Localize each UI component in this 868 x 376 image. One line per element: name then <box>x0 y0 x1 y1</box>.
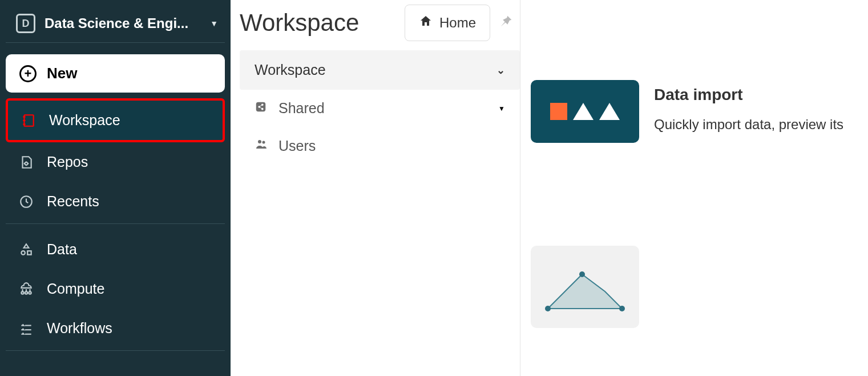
users-icon <box>255 137 271 154</box>
svg-point-26 <box>545 306 551 311</box>
svg-point-23 <box>258 140 261 143</box>
databricks-logo-icon: D <box>16 14 35 33</box>
svg-point-6 <box>21 251 25 255</box>
new-button[interactable]: + New <box>6 54 225 93</box>
svg-marker-5 <box>24 244 29 248</box>
data-import-card-icon[interactable] <box>531 80 639 143</box>
svg-rect-0 <box>24 115 33 126</box>
workspace-tree: Workspace ⌄ Shared ▼ Users <box>240 50 520 165</box>
workflows-icon <box>17 321 35 336</box>
data-icon <box>17 242 35 257</box>
workspace-switcher[interactable]: D Data Science & Engi... ▼ <box>6 8 225 43</box>
sidebar-item-repos[interactable]: Repos <box>6 142 225 182</box>
svg-point-24 <box>263 141 265 144</box>
sidebar-item-label: Data <box>47 241 77 258</box>
sidebar-item-label: Workspace <box>49 112 120 129</box>
home-icon <box>419 14 433 31</box>
hero-description: Quickly import data, preview its <box>654 117 843 133</box>
workspace-switcher-label: Data Science & Engi... <box>45 15 188 31</box>
sidebar-item-label: Recents <box>47 193 99 210</box>
caret-down-icon[interactable]: ▼ <box>498 105 505 113</box>
triangle-icon <box>599 103 620 120</box>
workspace-panel-title: Workspace <box>240 9 397 37</box>
tree-item-shared[interactable]: Shared ▼ <box>240 90 520 127</box>
sidebar-item-label: Repos <box>47 154 88 170</box>
notebook-card-icon[interactable] <box>531 246 639 328</box>
tree-item-label: Shared <box>278 100 325 117</box>
workspace-panel: Workspace Home Workspace ⌄ Shared ▼ <box>231 0 520 376</box>
home-button[interactable]: Home <box>405 5 490 41</box>
home-button-label: Home <box>439 15 476 31</box>
divider <box>6 223 225 224</box>
chevron-down-icon: ⌄ <box>496 64 505 77</box>
square-icon <box>550 103 567 120</box>
notebook-icon <box>19 113 38 128</box>
svg-rect-17 <box>256 102 266 112</box>
new-button-label: New <box>47 65 77 82</box>
share-icon <box>255 100 271 117</box>
svg-point-10 <box>29 291 31 294</box>
svg-point-28 <box>619 306 625 311</box>
repo-icon <box>17 155 35 170</box>
pin-icon[interactable] <box>498 13 514 34</box>
tree-item-users[interactable]: Users <box>240 127 520 165</box>
sidebar: D Data Science & Engi... ▼ + New Workspa… <box>0 0 231 376</box>
chart-shape-icon <box>542 263 628 314</box>
sidebar-item-data[interactable]: Data <box>6 230 225 269</box>
plus-icon: + <box>19 65 37 82</box>
svg-point-9 <box>25 291 27 294</box>
compute-icon <box>17 282 35 297</box>
svg-rect-7 <box>27 251 31 255</box>
clock-icon <box>17 194 35 209</box>
sidebar-item-recents[interactable]: Recents <box>6 182 225 221</box>
main-content: Data import Quickly import data, preview… <box>520 0 868 376</box>
sidebar-item-workflows[interactable]: Workflows <box>6 309 225 348</box>
tree-item-label: Users <box>278 138 316 154</box>
svg-marker-25 <box>548 274 622 309</box>
sidebar-item-label: Compute <box>47 281 104 297</box>
hero-title: Data import <box>654 86 743 104</box>
tree-root-label: Workspace <box>255 62 326 78</box>
tree-root-workspace[interactable]: Workspace ⌄ <box>240 50 520 90</box>
divider <box>6 350 225 351</box>
sidebar-item-label: Workflows <box>47 320 112 337</box>
chevron-down-icon: ▼ <box>210 19 218 28</box>
svg-point-8 <box>21 291 23 294</box>
sidebar-item-compute[interactable]: Compute <box>6 269 225 309</box>
sidebar-item-workspace[interactable]: Workspace <box>6 98 225 142</box>
triangle-icon <box>573 103 594 120</box>
svg-point-27 <box>579 271 585 277</box>
